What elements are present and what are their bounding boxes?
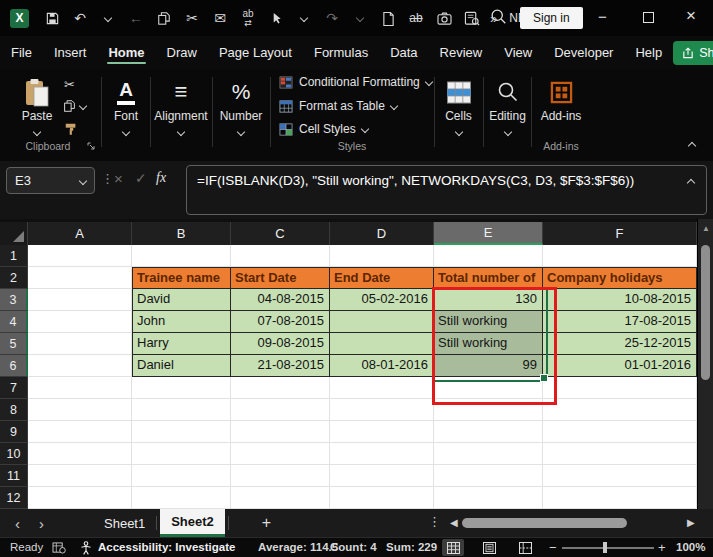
row-header-9[interactable]: 9	[0, 421, 28, 443]
cell-F10[interactable]	[543, 443, 697, 465]
tab-draw[interactable]: Draw	[166, 38, 198, 67]
cell-C4[interactable]: 07-08-2015	[231, 311, 330, 333]
cell-D9[interactable]	[330, 421, 434, 443]
cell-C5[interactable]: 09-08-2015	[231, 333, 330, 355]
share-button[interactable]: Share	[673, 41, 713, 65]
cell-E4[interactable]: Still working	[434, 311, 543, 333]
close-button[interactable]: ×	[686, 6, 696, 26]
cell-F6[interactable]: 01-01-2016	[543, 355, 697, 377]
conditional-formatting-button[interactable]: Conditional Formatting	[279, 75, 432, 89]
cell-D3[interactable]: 05-02-2016	[330, 289, 434, 311]
cut-button[interactable]: ✂	[64, 77, 75, 92]
vertical-scrollbar-thumb[interactable]	[701, 245, 710, 380]
clipboard-dialog-launcher-icon[interactable]	[87, 142, 96, 151]
formula-input[interactable]: =IF(ISBLANK(D3), "Still working", NETWOR…	[186, 165, 707, 215]
row-header-4[interactable]: 4	[0, 311, 28, 333]
cell-A11[interactable]	[28, 465, 132, 487]
cell-E10[interactable]	[434, 443, 543, 465]
name-box-dropdown-icon[interactable]	[79, 176, 87, 184]
cell-D7[interactable]	[330, 377, 434, 399]
sheet-tab-sheet1[interactable]: Sheet1	[96, 516, 153, 531]
cell-A3[interactable]	[28, 289, 132, 311]
row-header-6[interactable]: 6	[0, 355, 28, 377]
replace-icon[interactable]: ab ⇄	[234, 5, 262, 31]
cell-D2[interactable]: End Date	[330, 267, 434, 289]
scroll-up-icon[interactable]: ▲	[698, 224, 713, 233]
horizontal-scrollbar-thumb[interactable]	[462, 518, 627, 528]
editing-button[interactable]: Editing	[485, 76, 530, 135]
tab-insert[interactable]: Insert	[53, 38, 88, 67]
row-header-2[interactable]: 2	[0, 267, 28, 289]
column-header-c[interactable]: C	[231, 222, 330, 245]
format-painter-button[interactable]	[64, 122, 78, 136]
cell-F3[interactable]: 10-08-2015	[543, 289, 697, 311]
cells-button[interactable]: Cells	[436, 76, 481, 135]
email-icon[interactable]: ✉	[206, 5, 234, 31]
cell-F7[interactable]	[543, 377, 697, 399]
cell-F4[interactable]: 17-08-2015	[543, 311, 697, 333]
column-header-d[interactable]: D	[330, 222, 434, 245]
cell-B2[interactable]: Trainee name	[132, 267, 231, 289]
cell-C9[interactable]	[231, 421, 330, 443]
tab-page-layout[interactable]: Page Layout	[218, 38, 293, 67]
add-ins-button[interactable]: Add-ins	[533, 76, 589, 123]
row-header-3[interactable]: 3	[0, 289, 28, 311]
cell-B11[interactable]	[132, 465, 231, 487]
cell-C6[interactable]: 21-08-2015	[231, 355, 330, 377]
new-file-icon[interactable]	[374, 5, 402, 31]
tab-data[interactable]: Data	[389, 38, 418, 67]
column-header-b[interactable]: B	[132, 222, 231, 245]
number-button[interactable]: % Number	[214, 76, 268, 135]
cell-C7[interactable]	[231, 377, 330, 399]
excel-logo-icon[interactable]: X	[10, 9, 29, 28]
column-header-f[interactable]: F	[543, 222, 697, 245]
cancel-icon[interactable]: ×	[114, 170, 123, 187]
sign-in-button[interactable]: Sign in	[520, 7, 583, 29]
cell-F11[interactable]	[543, 465, 697, 487]
insert-function-icon[interactable]: fx	[156, 170, 166, 186]
cell-F5[interactable]: 25-12-2015	[543, 333, 697, 355]
cell-E2[interactable]: Total number of	[434, 267, 543, 289]
add-sheet-icon[interactable]: +	[262, 514, 271, 532]
column-header-e[interactable]: E	[434, 222, 543, 245]
row-header-12[interactable]: 12	[0, 487, 28, 509]
cell-B1[interactable]	[132, 245, 231, 267]
cell-C10[interactable]	[231, 443, 330, 465]
zoom-slider-track[interactable]	[562, 547, 654, 549]
cell-A10[interactable]	[28, 443, 132, 465]
cell-B12[interactable]	[132, 487, 231, 509]
cell-D1[interactable]	[330, 245, 434, 267]
row-header-8[interactable]: 8	[0, 399, 28, 421]
cell-A9[interactable]	[28, 421, 132, 443]
touch-mode-icon[interactable]	[262, 5, 290, 31]
zoom-in-icon[interactable]: +	[658, 538, 666, 557]
cell-D4[interactable]	[330, 311, 434, 333]
cell-D6[interactable]: 08-01-2016	[330, 355, 434, 377]
page-break-preview-icon[interactable]	[514, 539, 536, 556]
cell-F1[interactable]	[543, 245, 697, 267]
zoom-out-icon[interactable]: −	[549, 538, 557, 557]
cell-E12[interactable]	[434, 487, 543, 509]
touch-mode-dropdown-icon[interactable]	[290, 5, 318, 31]
minimize-button[interactable]: −	[598, 8, 607, 25]
zoom-slider-thumb[interactable]	[603, 542, 607, 553]
cell-F9[interactable]	[543, 421, 697, 443]
row-header-10[interactable]: 10	[0, 443, 28, 465]
paste-button[interactable]: Paste	[14, 76, 60, 135]
cell-E7[interactable]	[434, 377, 543, 399]
cell-D12[interactable]	[330, 487, 434, 509]
cell-C12[interactable]	[231, 487, 330, 509]
tab-formulas[interactable]: Formulas	[313, 38, 369, 67]
row-header-7[interactable]: 7	[0, 377, 28, 399]
tab-help[interactable]: Help	[634, 38, 663, 67]
tab-developer[interactable]: Developer	[553, 38, 614, 67]
row-header-5[interactable]: 5	[0, 333, 28, 355]
cell-E11[interactable]	[434, 465, 543, 487]
scroll-right-icon[interactable]: ▶	[687, 517, 695, 528]
undo-dropdown-icon[interactable]	[94, 5, 122, 31]
cell-C8[interactable]	[231, 399, 330, 421]
camera-icon[interactable]	[430, 5, 458, 31]
cell-F12[interactable]	[543, 487, 697, 509]
cell-F2[interactable]: Company holidays	[543, 267, 697, 289]
accessibility-status[interactable]: Accessibility: Investigate	[98, 538, 235, 557]
